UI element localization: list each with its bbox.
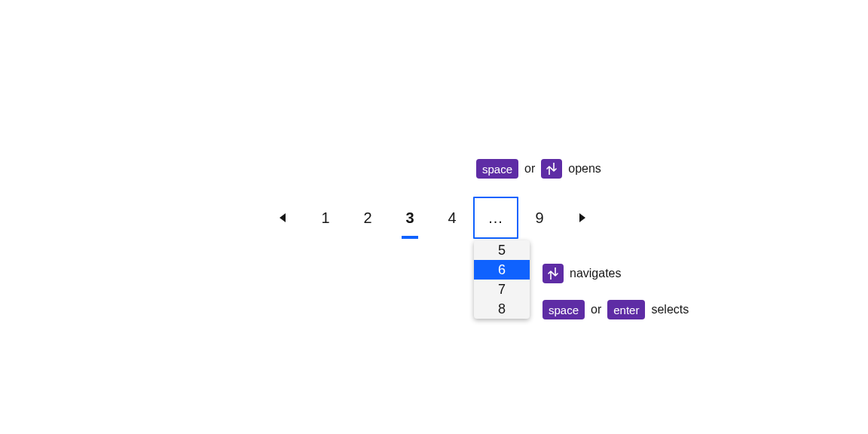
- overflow-option-6-selected[interactable]: 6: [474, 260, 530, 280]
- hint-navigate-text: navigates: [570, 267, 622, 280]
- triangle-left-icon: [280, 213, 287, 222]
- triangle-right-icon: [578, 213, 585, 222]
- hint-select: space or enter selects: [542, 300, 689, 319]
- hint-open-text: opens: [568, 162, 601, 176]
- next-page-button[interactable]: [561, 197, 603, 239]
- hint-open: space or opens: [476, 159, 601, 179]
- page-2[interactable]: 2: [347, 197, 389, 239]
- hint-or: or: [591, 303, 601, 316]
- overflow-option-8[interactable]: 8: [474, 299, 530, 319]
- page-4[interactable]: 4: [431, 197, 473, 239]
- prev-page-button[interactable]: [262, 197, 304, 239]
- overflow-option-5[interactable]: 5: [474, 240, 530, 260]
- page-3-current[interactable]: 3: [389, 197, 431, 239]
- pagination: 1 2 3 4 ... 9: [262, 197, 603, 239]
- key-enter: enter: [607, 300, 645, 319]
- key-updown: [542, 264, 564, 283]
- overflow-button[interactable]: ...: [473, 197, 518, 239]
- overflow-menu: 5 6 7 8: [474, 240, 530, 319]
- hint-or: or: [524, 162, 535, 176]
- hint-navigate: navigates: [542, 264, 622, 283]
- updown-icon: [548, 267, 558, 280]
- page-last[interactable]: 9: [518, 197, 561, 239]
- page-1[interactable]: 1: [304, 197, 347, 239]
- overflow-option-7[interactable]: 7: [474, 280, 530, 299]
- key-space: space: [542, 300, 585, 319]
- key-updown: [541, 159, 562, 179]
- hint-select-text: selects: [651, 303, 689, 316]
- key-space: space: [476, 159, 518, 179]
- updown-icon: [546, 163, 557, 175]
